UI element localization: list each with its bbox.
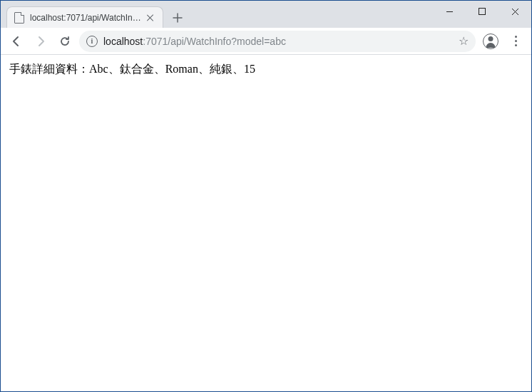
page-icon — [14, 12, 24, 24]
new-tab-button[interactable] — [168, 8, 188, 28]
maximize-button[interactable] — [466, 1, 498, 22]
profile-avatar-icon[interactable] — [483, 33, 498, 49]
svg-rect-0 — [479, 9, 486, 15]
tabs-strip: localhost:7071/api/WatchInfo?m — [1, 1, 188, 28]
minimize-button[interactable] — [433, 1, 466, 22]
address-bar[interactable]: i localhost:7071/api/WatchInfo?model=abc… — [79, 31, 476, 52]
url-path: :7071/api/WatchInfo?model=abc — [143, 36, 286, 47]
page-content: 手錶詳細資料：Abc、鈦合金、Roman、純銀、15 — [1, 55, 531, 84]
menu-button[interactable] — [506, 31, 526, 51]
bookmark-star-icon[interactable]: ☆ — [459, 34, 469, 48]
url-host: localhost — [103, 36, 143, 47]
close-tab-icon[interactable] — [145, 13, 155, 23]
window-titlebar: localhost:7071/api/WatchInfo?m — [1, 1, 531, 28]
url-text: localhost:7071/api/WatchInfo?model=abc — [103, 36, 453, 47]
page-body-text: 手錶詳細資料：Abc、鈦合金、Roman、純銀、15 — [9, 63, 255, 75]
browser-tab[interactable]: localhost:7071/api/WatchInfo?m — [6, 6, 163, 28]
tab-title: localhost:7071/api/WatchInfo?m — [30, 13, 141, 23]
forward-button[interactable] — [31, 31, 51, 51]
browser-toolbar: i localhost:7071/api/WatchInfo?model=abc… — [1, 28, 531, 55]
window-controls — [433, 1, 531, 22]
close-window-button[interactable] — [498, 1, 531, 22]
back-button[interactable] — [6, 31, 26, 51]
site-info-icon[interactable]: i — [86, 36, 98, 47]
reload-button[interactable] — [55, 31, 75, 51]
